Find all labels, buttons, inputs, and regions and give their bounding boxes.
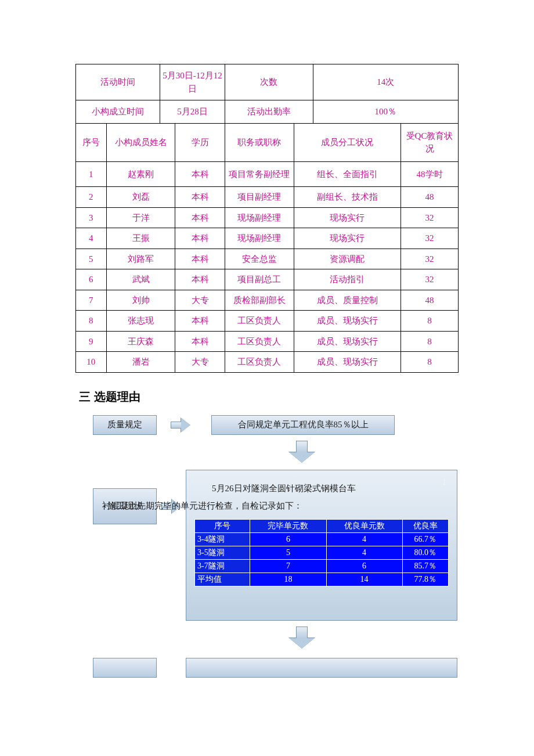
arrow-down-icon — [289, 627, 315, 650]
panel-page-number: 1 — [442, 477, 447, 487]
cell-name: 张志现 — [106, 311, 175, 332]
cell-val: 4 — [326, 532, 402, 546]
table-row: 5刘路军本科安全总监资源调配32 — [76, 249, 459, 269]
activity-time-label: 活动时间 — [76, 64, 160, 100]
activity-time-value: 5月30日-12月12日 — [160, 64, 225, 100]
cell-name: 王振 — [106, 228, 175, 249]
col-qc: 受QC教育状况 — [401, 123, 459, 161]
cell-val: 18 — [250, 573, 326, 586]
cell-name: 于洋 — [106, 207, 175, 228]
table-row: 3-5隧洞5480.0％ — [195, 546, 449, 559]
ih-2: 优良单元数 — [326, 519, 402, 532]
cell-qc: 48 — [401, 187, 459, 208]
ih-3: 优良率 — [402, 519, 448, 532]
panel-text-line2: 衬混凝土先期完毕的单元进行检查，自检记录如下： — [194, 497, 449, 514]
cell-edu: 大专 — [175, 352, 225, 373]
cell-title: 工区负责人 — [225, 352, 294, 373]
quality-box: 质量规定 — [93, 415, 157, 435]
cell-val: 6 — [326, 559, 402, 573]
cell-title: 现场副经理 — [225, 228, 294, 249]
cell-qc: 48学时 — [401, 161, 459, 187]
table-row: 6武斌本科项目副总工活动指引32 — [76, 269, 459, 290]
cell-seq: 4 — [76, 228, 107, 249]
col-name: 小构成员姓名 — [106, 123, 175, 161]
cell-seq: 9 — [76, 331, 107, 352]
cell-seq: 8 — [76, 311, 107, 332]
table-row: 7刘帅大专质检部副部长成员、质量控制48 — [76, 290, 459, 311]
cell-edu: 大专 — [175, 290, 225, 311]
cell-role: 成员、现场实行 — [294, 311, 400, 332]
formation-value: 5月28日 — [160, 100, 225, 124]
cell-seq: 2 — [76, 187, 107, 208]
cell-cat: 3-7隧洞 — [195, 559, 250, 573]
col-title: 职务或职称 — [225, 123, 294, 161]
cell-role: 成员、现场实行 — [294, 331, 400, 352]
summary-row-1: 活动时间 5月30日-12月12日 次数 14次 — [76, 64, 459, 100]
table-row: 2刘磊本科项目副经理副组长、技术指48 — [76, 187, 459, 208]
cell-role: 副组长、技术指 — [294, 187, 400, 208]
cell-edu: 本科 — [175, 311, 225, 332]
contract-box: 合同规定单元工程优良率85％以上 — [211, 415, 395, 435]
cell-cat: 3-5隧洞 — [195, 546, 250, 559]
cell-edu: 本科 — [175, 228, 225, 249]
ih-1: 完毕单元数 — [250, 519, 326, 532]
cell-val: 5 — [250, 546, 326, 559]
bottom-box-b — [186, 658, 457, 678]
cell-title: 安全总监 — [225, 249, 294, 269]
arrow-down-icon — [289, 441, 315, 464]
cell-name: 王庆森 — [106, 331, 175, 352]
flow-diagram: 质量规定 合同规定单元工程优良率85％以上 施工现状 1 5月26日对隧洞全圆针… — [89, 415, 472, 694]
cell-cat: 3-4隧洞 — [195, 532, 250, 546]
cell-role: 现场实行 — [294, 207, 400, 228]
col-seq: 序号 — [76, 123, 107, 161]
summary-row-2: 小构成立时间 5月28日 活动出勤率 100％ — [76, 100, 459, 124]
cell-edu: 本科 — [175, 207, 225, 228]
arrow-right-icon — [171, 418, 190, 432]
col-role: 成员分工状况 — [294, 123, 400, 161]
members-table: 活动时间 5月30日-12月12日 次数 14次 小构成立时间 5月28日 活动… — [75, 64, 459, 373]
cell-name: 刘帅 — [106, 290, 175, 311]
ih-0: 序号 — [195, 519, 250, 532]
cell-title: 工区负责人 — [225, 331, 294, 352]
times-label: 次数 — [225, 64, 313, 100]
cell-title: 现场副经理 — [225, 207, 294, 228]
cell-qc: 32 — [401, 228, 459, 249]
cell-role: 资源调配 — [294, 249, 400, 269]
table-row: 3-4隧洞6466.7％ — [195, 532, 449, 546]
cell-title: 项目副经理 — [225, 187, 294, 208]
section-heading: 三 选题理由 — [79, 389, 459, 405]
cell-qc: 8 — [401, 311, 459, 332]
times-value: 14次 — [313, 64, 458, 100]
cell-qc: 32 — [401, 249, 459, 269]
table-row: 3于洋本科现场副经理现场实行32 — [76, 207, 459, 228]
cell-val: 85.7％ — [402, 559, 448, 573]
cell-title: 工区负责人 — [225, 311, 294, 332]
cell-qc: 32 — [401, 207, 459, 228]
cell-title: 项目副总工 — [225, 269, 294, 290]
bottom-box-a — [93, 658, 157, 678]
document-page: 活动时间 5月30日-12月12日 次数 14次 小构成立时间 5月28日 活动… — [0, 0, 534, 694]
cell-qc: 48 — [401, 290, 459, 311]
cell-qc: 8 — [401, 352, 459, 373]
cell-edu: 本科 — [175, 269, 225, 290]
members-header-row: 序号 小构成员姓名 学历 职务或职称 成员分工状况 受QC教育状况 — [76, 123, 459, 161]
table-row: 4王振本科现场副经理现场实行32 — [76, 228, 459, 249]
cell-val: 77.8％ — [402, 573, 448, 586]
cell-val: 4 — [326, 546, 402, 559]
table-row: 3-7隧洞7685.7％ — [195, 559, 449, 573]
cell-role: 活动指引 — [294, 269, 400, 290]
inspection-header-row: 序号 完毕单元数 优良单元数 优良率 — [195, 519, 449, 532]
cell-name: 刘磊 — [106, 187, 175, 208]
cell-role: 成员、现场实行 — [294, 352, 400, 373]
cell-val: 7 — [250, 559, 326, 573]
cell-val: 80.0％ — [402, 546, 448, 559]
table-row: 8张志现本科工区负责人成员、现场实行8 — [76, 311, 459, 332]
cell-name: 刘路军 — [106, 249, 175, 269]
table-row: 1赵素刚本科项目常务副经理组长、全面指引48学时 — [76, 161, 459, 187]
cell-role: 组长、全面指引 — [294, 161, 400, 187]
cell-edu: 本科 — [175, 249, 225, 269]
cell-role: 成员、质量控制 — [294, 290, 400, 311]
formation-label: 小构成立时间 — [76, 100, 160, 124]
cell-qc: 8 — [401, 331, 459, 352]
panel-text-line1: 5月26日对隧洞全圆针砌梁式钢模台车 — [212, 484, 356, 493]
